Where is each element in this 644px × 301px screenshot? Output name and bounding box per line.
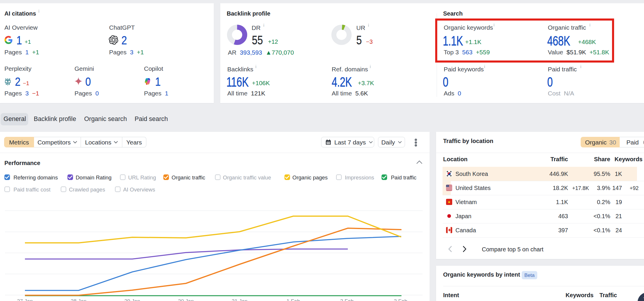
svg-text:1 Feb: 1 Feb [287,298,300,301]
svg-text:28 Jan: 28 Jan [71,298,87,301]
svg-text:30 Jan: 30 Jan [178,298,194,301]
svg-text:3 Feb: 3 Feb [394,298,407,301]
svg-text:27 Jan: 27 Jan [17,298,33,301]
svg-text:2 Feb: 2 Feb [340,298,354,301]
svg-text:29 Jan: 29 Jan [124,298,140,301]
svg-text:31 Jan: 31 Jan [232,298,248,301]
